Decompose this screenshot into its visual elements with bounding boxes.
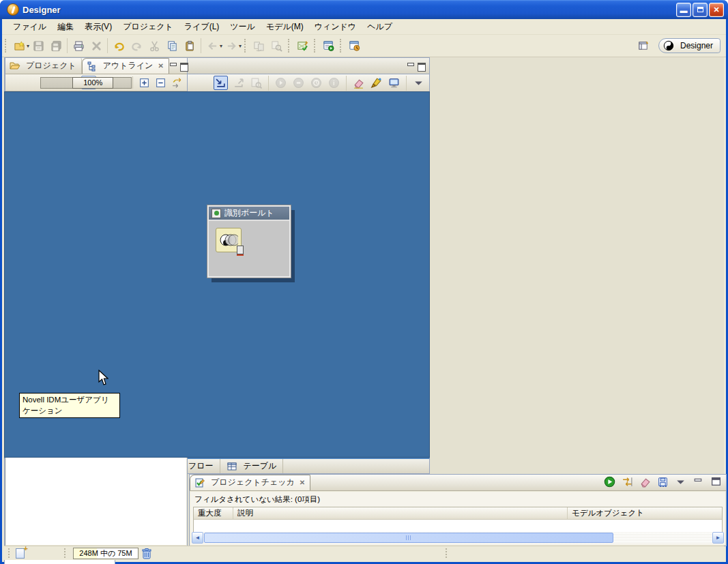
- maximize-editor-icon[interactable]: [418, 63, 426, 70]
- scroll-right-icon[interactable]: ►: [712, 532, 724, 544]
- search-button: [268, 38, 285, 54]
- identity-vault-body[interactable]: [209, 221, 289, 276]
- maximize-view-icon[interactable]: [180, 63, 188, 70]
- view-menu-button[interactable]: [411, 76, 426, 90]
- record-button[interactable]: [309, 76, 323, 90]
- minimize-button[interactable]: ▬: [676, 3, 691, 17]
- checker-tab[interactable]: プロジェクトチェッカ ✕: [190, 475, 310, 490]
- driver-set-icon[interactable]: [216, 228, 242, 252]
- checker-hscrollbar[interactable]: ◄ ►: [192, 532, 724, 544]
- save-results-icon[interactable]: [655, 475, 670, 488]
- perspective-designer-button[interactable]: Designer: [658, 38, 720, 53]
- fast-view-icon[interactable]: [16, 548, 25, 559]
- vault-icon: [212, 209, 221, 218]
- column-header-重大度[interactable]: 重大度: [194, 507, 233, 519]
- project-checker-view: プロジェクトチェッカ ✕ フィルタされていない結果: (0項目) 重大度説明モデ…: [189, 474, 727, 546]
- stop-button[interactable]: [291, 76, 306, 90]
- minimize-editor-icon[interactable]: [407, 63, 415, 70]
- folderopen-icon: [10, 60, 20, 71]
- maximize-icon[interactable]: [708, 475, 723, 488]
- main-area: プロジェクトアウトライン✕ myprojectパッケージカタログCommonAc…: [4, 57, 724, 546]
- perspective-label: Designer: [680, 41, 713, 50]
- outline-tab-アウトライン[interactable]: アウトライン✕: [82, 58, 169, 74]
- zoom-slider[interactable]: 100%: [40, 77, 132, 89]
- hscrollbar-thumb[interactable]: [204, 533, 613, 543]
- tableview-icon: [227, 461, 237, 472]
- back-button: [204, 38, 220, 54]
- undo-button[interactable]: [111, 38, 127, 54]
- main-toolbar: ▾▾▾Designer: [2, 35, 726, 57]
- checker-body: フィルタされていない結果: (0項目) 重大度説明モデルオブジェクト ◄ ►: [190, 492, 725, 545]
- run-check-icon[interactable]: [602, 475, 617, 488]
- mode-tab-テーブル[interactable]: テーブル: [220, 459, 284, 473]
- new-dropdown-icon[interactable]: ▾: [27, 43, 29, 49]
- copy-button[interactable]: [164, 38, 180, 54]
- brush-button[interactable]: [369, 76, 383, 90]
- svg-text:i: i: [333, 79, 335, 87]
- cut-button: [146, 38, 162, 54]
- print-button[interactable]: [70, 38, 87, 54]
- collapse-all-icon[interactable]: [153, 76, 168, 89]
- import-button[interactable]: [214, 76, 228, 90]
- minimize-view-icon[interactable]: [169, 63, 177, 70]
- info-button[interactable]: i: [327, 76, 341, 90]
- new-button[interactable]: [11, 38, 27, 54]
- title-bar: Designer ▬ ✕: [0, 0, 728, 19]
- menu-[interactable]: 編集: [52, 19, 79, 35]
- filter-results-icon[interactable]: [620, 475, 635, 488]
- paste-button[interactable]: [181, 38, 198, 54]
- column-header-説明[interactable]: 説明: [233, 507, 568, 519]
- link-editor-icon[interactable]: [169, 76, 184, 89]
- delete-button: [88, 38, 104, 54]
- outline-icon: [87, 61, 98, 72]
- mouse-cursor: [97, 370, 108, 386]
- menu-v[interactable]: 表示(V): [79, 19, 117, 35]
- modeler-check-button[interactable]: [294, 38, 310, 54]
- menu-[interactable]: ツール: [224, 19, 261, 35]
- checker-icon: [194, 477, 205, 488]
- browser-button[interactable]: [346, 38, 362, 54]
- close-tab-icon[interactable]: ✕: [158, 62, 163, 70]
- export-button[interactable]: [231, 76, 246, 90]
- minimize-icon[interactable]: [690, 475, 705, 488]
- outline-tab-プロジェクト[interactable]: プロジェクト: [5, 58, 82, 74]
- zoom-level[interactable]: 100%: [72, 77, 113, 89]
- status-bar: 248M 中の 75M: [4, 546, 724, 560]
- scroll-left-icon[interactable]: ◄: [192, 532, 203, 544]
- compare-button: [250, 38, 267, 54]
- eraser-button[interactable]: [351, 76, 366, 90]
- designer-perspective-icon: [663, 40, 674, 51]
- close-button[interactable]: ✕: [709, 3, 724, 17]
- run-report-button[interactable]: [320, 38, 336, 54]
- menu-m[interactable]: モデル(M): [261, 19, 309, 35]
- open-perspective-button[interactable]: [636, 38, 652, 54]
- column-header-モデルオブジェクト[interactable]: モデルオブジェクト: [568, 507, 722, 519]
- close-checker-icon[interactable]: ✕: [300, 479, 305, 486]
- preview-button[interactable]: [249, 76, 263, 90]
- menu-[interactable]: ファイル: [8, 19, 52, 35]
- checker-table-header: 重大度説明モデルオブジェクト: [194, 507, 722, 520]
- display-button[interactable]: [387, 76, 401, 90]
- identity-vault-header[interactable]: 識別ボールト: [209, 207, 289, 221]
- menu-l[interactable]: ライブ(L): [179, 19, 225, 35]
- menu-bar: ファイル編集表示(V)プロジェクトライブ(L)ツールモデル(M)ウィンドウヘルプ: [2, 19, 726, 35]
- garbage-collect-icon[interactable]: [141, 548, 152, 559]
- view-menu-icon[interactable]: [673, 475, 688, 488]
- play-button[interactable]: [274, 76, 288, 90]
- checker-summary: フィルタされていない結果: (0項目): [190, 492, 725, 507]
- identity-vault-node[interactable]: 識別ボールト: [207, 205, 291, 278]
- save-all-button: [48, 38, 64, 54]
- menu-[interactable]: ヘルプ: [362, 19, 398, 35]
- window-title: Designer: [23, 5, 675, 15]
- menu-[interactable]: ウィンドウ: [309, 19, 362, 35]
- palette-tool-ドライバセット[interactable]: ドライバセット: [5, 561, 115, 564]
- redo-button: [128, 38, 145, 54]
- maximize-button[interactable]: [693, 3, 708, 17]
- expand-all-icon[interactable]: [136, 76, 151, 89]
- checker-tab-label: プロジェクトチェッカ: [211, 477, 295, 488]
- outline-view-tabs: プロジェクトアウトライン✕: [5, 58, 187, 74]
- memory-indicator: 248M 中の 75M: [73, 548, 139, 559]
- menu-[interactable]: プロジェクト: [117, 19, 179, 35]
- clear-icon[interactable]: [637, 475, 652, 488]
- tooltip: Novell IDMユーザアプリケーション: [19, 393, 120, 418]
